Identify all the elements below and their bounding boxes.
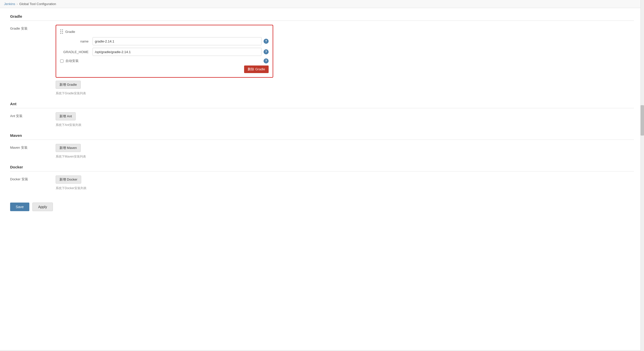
bottom-actions: Save Apply (10, 199, 634, 211)
breadcrumb-separator: › (17, 2, 18, 6)
ant-install-label: Ant 安装 (10, 112, 56, 118)
gradle-system-note: 系统下Gradle安装列表 (56, 91, 634, 96)
gradle-section: Gradle Gradle 安装 (10, 14, 634, 96)
add-gradle-button[interactable]: 新增 Gradle (56, 81, 81, 89)
docker-install-content: 新增 Docker 系统下Docker安装列表 (56, 176, 634, 190)
auto-install-row: 自动安装 ? (60, 58, 269, 63)
auto-install-checkbox[interactable] (60, 59, 63, 63)
gradle-install-label: Gradle 安装 (10, 25, 56, 31)
drag-handle-icon[interactable] (60, 29, 63, 34)
add-ant-button[interactable]: 新增 Ant (56, 112, 76, 120)
save-button[interactable]: Save (10, 203, 29, 211)
breadcrumb-jenkins-link[interactable]: Jenkins (4, 2, 15, 6)
gradle-name-row: name ? (60, 37, 269, 45)
ant-section: Ant Ant 安装 新增 Ant 系统下Ant安装列表 (10, 102, 634, 127)
maven-install-label: Maven 安装 (10, 144, 56, 150)
scrollbar-thumb[interactable] (640, 105, 644, 136)
auto-install-help-icon[interactable]: ? (264, 58, 269, 63)
ant-section-title: Ant (10, 102, 634, 108)
ant-install-content: 新增 Ant 系统下Ant安装列表 (56, 112, 634, 127)
docker-section-title: Docker (10, 165, 634, 171)
gradle-home-input[interactable] (93, 48, 262, 56)
gradle-box-header-label: Gradle (65, 30, 75, 34)
delete-gradle-button[interactable]: 删除 Gradle (244, 65, 269, 73)
gradle-install-content: Gradle name ? GRADLE_HOME ? (56, 25, 634, 96)
add-docker-button[interactable]: 新增 Docker (56, 176, 81, 184)
gradle-home-row: GRADLE_HOME ? (60, 48, 269, 56)
gradle-install-row: Gradle 安装 Gradle (10, 25, 634, 96)
maven-system-note: 系统下Maven安装列表 (56, 155, 634, 159)
docker-install-label: Docker 安装 (10, 176, 56, 182)
gradle-section-title: Gradle (10, 14, 634, 21)
add-maven-button[interactable]: 新增 Maven (56, 144, 81, 152)
docker-install-row: Docker 安装 新增 Docker 系统下Docker安装列表 (10, 176, 634, 190)
ant-install-row: Ant 安装 新增 Ant 系统下Ant安装列表 (10, 112, 634, 127)
gradle-box-header: Gradle (60, 29, 269, 34)
maven-section: Maven Maven 安装 新增 Maven 系统下Maven安装列表 (10, 133, 634, 159)
maven-install-content: 新增 Maven 系统下Maven安装列表 (56, 144, 634, 159)
maven-install-row: Maven 安装 新增 Maven 系统下Maven安装列表 (10, 144, 634, 159)
main-content: Gradle Gradle 安装 (0, 8, 644, 350)
scrollbar[interactable] (640, 0, 644, 350)
auto-install-label[interactable]: 自动安装 (66, 59, 79, 63)
gradle-install-box: Gradle name ? GRADLE_HOME ? (56, 25, 273, 78)
docker-section: Docker Docker 安装 新增 Docker 系统下Docker安装列表 (10, 165, 634, 190)
breadcrumb-current: Global Tool Configuration (19, 2, 56, 6)
docker-system-note: 系统下Docker安装列表 (56, 186, 634, 190)
maven-section-title: Maven (10, 133, 634, 140)
apply-button[interactable]: Apply (32, 203, 53, 211)
gradle-name-label: name (60, 39, 91, 43)
gradle-home-label: GRADLE_HOME (60, 50, 91, 54)
gradle-name-help-icon[interactable]: ? (264, 39, 269, 44)
gradle-name-input[interactable] (93, 37, 262, 45)
ant-system-note: 系统下Ant安装列表 (56, 123, 634, 127)
gradle-home-help-icon[interactable]: ? (264, 49, 269, 54)
breadcrumb: Jenkins › Global Tool Configuration (0, 0, 644, 8)
